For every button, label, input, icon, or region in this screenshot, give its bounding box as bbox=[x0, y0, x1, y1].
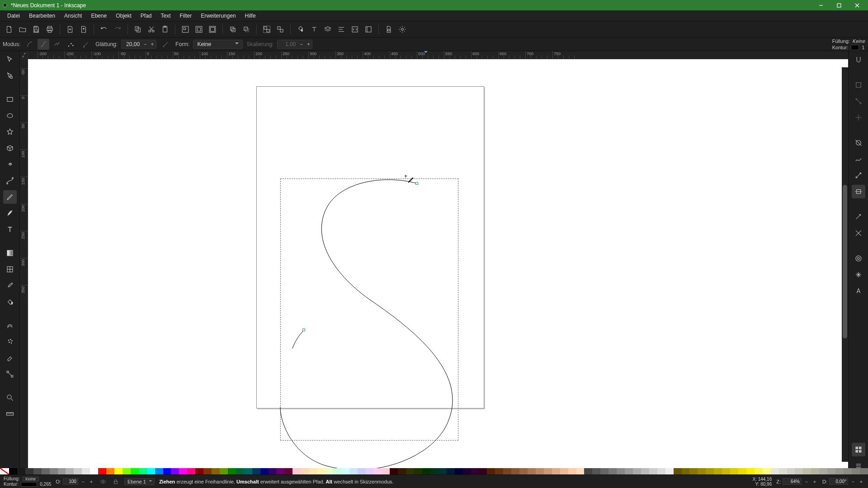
open-button[interactable] bbox=[16, 23, 29, 36]
palette-swatch[interactable] bbox=[414, 468, 422, 474]
palette-swatch[interactable] bbox=[763, 468, 771, 474]
dialog-grid-button[interactable] bbox=[852, 443, 865, 456]
spiral-tool[interactable] bbox=[3, 158, 17, 171]
opacity-plus[interactable]: + bbox=[88, 479, 94, 484]
snap-alignment[interactable] bbox=[852, 111, 865, 124]
palette-swatch[interactable] bbox=[131, 468, 139, 474]
layer-lock-toggle[interactable] bbox=[112, 478, 120, 486]
smoothing-spinner[interactable]: − + bbox=[121, 40, 156, 49]
rot-minus[interactable]: − bbox=[850, 479, 856, 484]
palette-swatch[interactable] bbox=[592, 468, 600, 474]
duplicate-button[interactable] bbox=[226, 23, 239, 36]
zoom-minus[interactable]: − bbox=[803, 479, 810, 484]
menu-ansicht[interactable]: Ansicht bbox=[60, 12, 86, 20]
palette-swatch[interactable] bbox=[625, 468, 633, 474]
minimize-button[interactable] bbox=[812, 0, 830, 10]
dropper-tool[interactable] bbox=[3, 279, 17, 292]
palette-swatch[interactable] bbox=[819, 468, 827, 474]
palette-swatch[interactable] bbox=[147, 468, 155, 474]
zoom-selection-button[interactable] bbox=[179, 23, 192, 36]
palette-swatch[interactable] bbox=[139, 468, 147, 474]
smoothing-plus[interactable]: + bbox=[149, 41, 156, 47]
palette-swatch[interactable] bbox=[195, 468, 203, 474]
palette-swatch[interactable] bbox=[860, 468, 868, 474]
palette-swatch[interactable] bbox=[503, 468, 511, 474]
palette-swatch[interactable] bbox=[42, 468, 50, 474]
connector-tool[interactable] bbox=[3, 367, 17, 381]
eraser-tool[interactable] bbox=[3, 351, 17, 365]
snap-adv-3[interactable] bbox=[852, 169, 865, 182]
snap-adv-2[interactable] bbox=[852, 152, 865, 166]
canvas[interactable] bbox=[28, 59, 848, 468]
layer-visibility-toggle[interactable] bbox=[99, 478, 107, 486]
palette-swatch[interactable] bbox=[301, 468, 309, 474]
palette-swatch[interactable] bbox=[292, 468, 301, 474]
palette-swatch[interactable] bbox=[17, 468, 25, 474]
mesh-tool[interactable] bbox=[3, 263, 17, 276]
status-fill-swatch[interactable]: Keine bbox=[23, 477, 39, 481]
palette-swatch[interactable] bbox=[528, 468, 536, 474]
palette-swatch[interactable] bbox=[746, 468, 755, 474]
snap-grid[interactable] bbox=[852, 210, 865, 224]
ellipse-tool[interactable] bbox=[3, 109, 17, 122]
palette-swatch[interactable] bbox=[33, 468, 42, 474]
palette-swatch[interactable] bbox=[123, 468, 131, 474]
zoom-drawing-button[interactable] bbox=[193, 23, 205, 36]
node-tool[interactable] bbox=[3, 69, 17, 83]
palette-swatch[interactable] bbox=[779, 468, 787, 474]
palette-swatch[interactable] bbox=[544, 468, 552, 474]
palette-swatch[interactable] bbox=[689, 468, 698, 474]
palette-swatch[interactable] bbox=[471, 468, 479, 474]
zoom-plus[interactable]: + bbox=[811, 479, 818, 484]
palette-swatch[interactable] bbox=[519, 468, 528, 474]
palette-swatch[interactable] bbox=[803, 468, 811, 474]
dialog-fonts[interactable] bbox=[852, 284, 865, 298]
text-tool[interactable] bbox=[3, 223, 17, 236]
palette-swatch[interactable] bbox=[333, 468, 341, 474]
status-fill-stroke[interactable]: Füllung:Keine Kontur:0,265 bbox=[4, 476, 51, 487]
zoom-tool[interactable] bbox=[3, 391, 17, 404]
palette-swatch[interactable] bbox=[98, 468, 106, 474]
measure-tool[interactable] bbox=[3, 407, 17, 421]
palette-swatch[interactable] bbox=[82, 468, 90, 474]
palette-none-swatch[interactable] bbox=[0, 468, 9, 474]
palette-swatch[interactable] bbox=[738, 468, 746, 474]
palette-swatch[interactable] bbox=[600, 468, 609, 474]
rot-plus[interactable]: + bbox=[858, 479, 864, 484]
palette-swatch[interactable] bbox=[163, 468, 171, 474]
palette-swatch[interactable] bbox=[155, 468, 163, 474]
palette-swatch[interactable] bbox=[730, 468, 738, 474]
menu-pfad[interactable]: Pfad bbox=[136, 12, 156, 20]
palette-swatch[interactable] bbox=[260, 468, 269, 474]
snap-adv-4[interactable] bbox=[852, 185, 865, 198]
mode-spiro-button[interactable] bbox=[38, 39, 49, 50]
palette-swatch[interactable] bbox=[398, 468, 406, 474]
palette-swatch[interactable] bbox=[487, 468, 495, 474]
palette-swatch[interactable] bbox=[349, 468, 358, 474]
star-tool[interactable] bbox=[3, 125, 17, 139]
palette-swatch[interactable] bbox=[66, 468, 74, 474]
opacity-minus[interactable]: − bbox=[80, 479, 86, 484]
box3d-tool[interactable] bbox=[3, 141, 17, 155]
pencil-tool[interactable] bbox=[3, 190, 17, 204]
palette-swatch[interactable] bbox=[568, 468, 576, 474]
cut-button[interactable] bbox=[145, 23, 158, 36]
close-button[interactable] bbox=[848, 0, 866, 10]
status-stroke-swatch[interactable] bbox=[21, 482, 37, 487]
smoothing-input[interactable] bbox=[122, 40, 142, 48]
palette-swatch[interactable] bbox=[269, 468, 277, 474]
path-end-node-1[interactable] bbox=[415, 182, 418, 185]
palette-swatch[interactable] bbox=[50, 468, 58, 474]
palette-swatch[interactable] bbox=[284, 468, 292, 474]
rectangle-tool[interactable] bbox=[3, 93, 17, 106]
palette-swatch[interactable] bbox=[844, 468, 852, 474]
palette-swatch[interactable] bbox=[641, 468, 649, 474]
gradient-tool[interactable] bbox=[3, 246, 17, 260]
palette-swatch[interactable] bbox=[511, 468, 519, 474]
palette-swatch[interactable] bbox=[495, 468, 503, 474]
palette-swatch[interactable] bbox=[560, 468, 568, 474]
shape-select[interactable]: Keine bbox=[193, 40, 243, 49]
palette-swatch[interactable] bbox=[228, 468, 236, 474]
palette-swatch[interactable] bbox=[852, 468, 860, 474]
menu-erweiterungen[interactable]: Erweiterungen bbox=[196, 12, 240, 20]
